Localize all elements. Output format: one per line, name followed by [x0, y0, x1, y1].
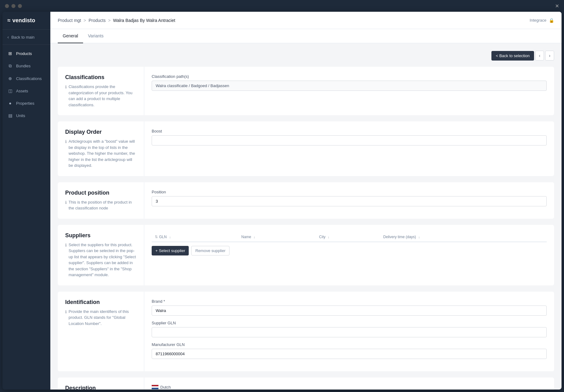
identification-info: ℹ Provide the main identifiers of this p…: [65, 309, 137, 327]
suppliers-table: ⇅ GLN ↓ Name ↓ City: [152, 232, 547, 242]
back-arrow-icon: ‹: [7, 35, 9, 40]
identification-title: Identification: [65, 299, 137, 306]
sidebar-item-assets[interactable]: ◫ Assets: [2, 85, 50, 97]
display-order-left: Display Order ℹ Articlegroups with a "bo…: [58, 121, 144, 176]
close-button[interactable]: ✕: [555, 3, 559, 9]
dot-3: [18, 4, 22, 8]
dot-1: [5, 4, 9, 8]
th-gln[interactable]: ⇅ GLN ↓: [152, 232, 238, 242]
product-position-info-text: This is the position of the product in t…: [69, 199, 137, 211]
info-icon-4: ℹ: [65, 242, 67, 248]
properties-icon: ●: [7, 101, 13, 106]
breadcrumb-sep1: >: [83, 18, 86, 23]
supplier-gln-input[interactable]: [152, 327, 547, 337]
page-header: Product mgt > Products > Walra Badjas By…: [50, 12, 562, 29]
supplier-gln-group: Supplier GLN: [152, 321, 547, 337]
display-order-title: Display Order: [65, 129, 137, 135]
supplier-gln-label: Supplier GLN: [152, 321, 547, 325]
sidebar-item-bundles[interactable]: ⧉ Bundles: [2, 60, 50, 72]
dot-2: [11, 4, 15, 8]
breadcrumb-part1: Product mgt: [58, 18, 81, 23]
suppliers-section: Suppliers ℹ Select the suppliers for thi…: [58, 225, 554, 285]
identification-info-text: Provide the main identifiers of this pro…: [69, 309, 137, 327]
remove-supplier-button[interactable]: Remove supplier: [191, 246, 229, 255]
classifications-right: Classification path(s) Walra classificat…: [144, 67, 554, 115]
brand-input[interactable]: [152, 306, 547, 316]
display-order-section: Display Order ℹ Articlegroups with a "bo…: [58, 121, 554, 176]
identification-section: Identification ℹ Provide the main identi…: [58, 292, 554, 371]
main-content: Product mgt > Products > Walra Badjas By…: [50, 12, 562, 390]
sidebar-item-products-label: Products: [16, 51, 32, 56]
breadcrumb-sep2: >: [108, 18, 111, 23]
classifications-left: Classifications ℹ Classifications provid…: [58, 67, 144, 115]
units-icon: ▤: [7, 113, 13, 118]
classifications-title: Classifications: [65, 74, 137, 81]
classification-path-label: Classification path(s): [152, 74, 547, 79]
suppliers-actions: + Select supplier Remove supplier: [152, 246, 547, 255]
sidebar: ≈ vendisto ‹ Back to main ⊞ Products ⧉ B…: [2, 12, 50, 390]
sidebar-item-assets-label: Assets: [16, 89, 28, 93]
header-right: Integrace 🔒: [530, 18, 554, 23]
window-controls: [5, 4, 22, 8]
back-to-selection-button[interactable]: < Back to selection: [491, 51, 534, 61]
back-to-main-label: Back to main: [11, 35, 35, 40]
sidebar-item-units[interactable]: ▤ Units: [2, 109, 50, 122]
position-input[interactable]: [152, 196, 547, 206]
sidebar-nav: ⊞ Products ⧉ Bundles ⊕ Classifications ◫…: [2, 45, 50, 124]
info-icon-2: ℹ: [65, 139, 67, 145]
display-order-right: Boost: [144, 121, 554, 176]
product-position-section: Product position ℹ This is the position …: [58, 182, 554, 219]
svg-rect-1: [152, 386, 158, 388]
suppliers-info-text: Select the suppliers for this product. S…: [69, 242, 137, 278]
product-position-left: Product position ℹ This is the position …: [58, 182, 144, 219]
svg-rect-2: [152, 388, 158, 389]
identification-left: Identification ℹ Provide the main identi…: [58, 292, 144, 371]
logo-icon: ≈: [7, 17, 11, 24]
sidebar-item-classifications-label: Classifications: [16, 76, 42, 81]
back-to-main-button[interactable]: ‹ Back to main: [2, 30, 50, 45]
dutch-flag-row: Dutch: [152, 385, 171, 390]
sort-icon-gln: ↓: [169, 235, 171, 239]
position-label: Position: [152, 190, 547, 194]
sidebar-item-units-label: Units: [16, 113, 25, 118]
next-button[interactable]: ›: [545, 51, 554, 61]
select-supplier-button[interactable]: + Select supplier: [152, 246, 189, 255]
th-delivery-label: Delivery time (days): [383, 235, 416, 239]
identification-right: Brand * Supplier GLN Manufacturer GLN: [144, 292, 554, 371]
boost-input[interactable]: [152, 135, 547, 145]
sidebar-item-products[interactable]: ⊞ Products: [2, 47, 50, 60]
th-gln-label: GLN: [159, 235, 167, 239]
sort-icon-name: ↓: [254, 235, 255, 239]
th-city[interactable]: City ↓: [316, 232, 380, 242]
description-left: Description: [58, 377, 144, 390]
filter-icon: ⇅: [155, 235, 158, 239]
sort-icon-delivery: ↓: [418, 235, 420, 239]
suppliers-left: Suppliers ℹ Select the suppliers for thi…: [58, 225, 144, 285]
description-right: Dutch: [144, 377, 554, 390]
th-city-label: City: [319, 235, 326, 239]
classifications-info: ℹ Classifications provide the categoriza…: [65, 84, 137, 108]
th-name[interactable]: Name ↓: [238, 232, 316, 242]
bundles-icon: ⧉: [7, 63, 13, 69]
boost-label: Boost: [152, 129, 547, 133]
sort-icon-city: ↓: [328, 235, 330, 239]
integrace-label: Integrace: [530, 18, 546, 23]
product-position-right: Position: [144, 182, 554, 219]
content-toolbar: < Back to selection ‹ ›: [58, 51, 554, 61]
app-container: ≈ vendisto ‹ Back to main ⊞ Products ⧉ B…: [2, 12, 562, 390]
tab-variants[interactable]: Variants: [83, 29, 108, 43]
classifications-section: Classifications ℹ Classifications provid…: [58, 67, 554, 115]
th-delivery[interactable]: Delivery time (days) ↓: [380, 232, 547, 242]
sidebar-item-properties[interactable]: ● Properties: [2, 97, 50, 109]
titlebar: ✕: [0, 0, 564, 12]
sidebar-logo: ≈ vendisto: [2, 12, 50, 30]
tab-general[interactable]: General: [58, 29, 83, 43]
dutch-flag-icon: [152, 385, 158, 389]
manufacturer-gln-input[interactable]: [152, 349, 547, 359]
sidebar-item-classifications[interactable]: ⊕ Classifications: [2, 72, 50, 85]
th-name-label: Name: [241, 235, 251, 239]
prev-button[interactable]: ‹: [535, 51, 544, 61]
manufacturer-gln-group: Manufacturer GLN: [152, 342, 547, 359]
assets-icon: ◫: [7, 88, 13, 93]
info-icon-5: ℹ: [65, 309, 67, 315]
